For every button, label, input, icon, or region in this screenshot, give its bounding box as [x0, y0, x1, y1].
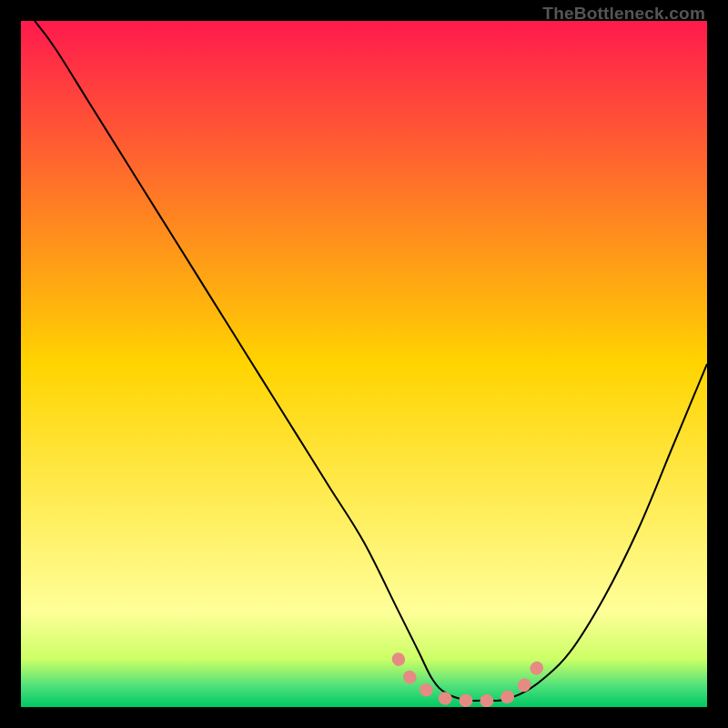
chart-svg [21, 21, 707, 707]
gradient-background [21, 21, 707, 707]
plot-area [21, 21, 707, 707]
chart-frame: TheBottleneck.com [0, 0, 728, 728]
